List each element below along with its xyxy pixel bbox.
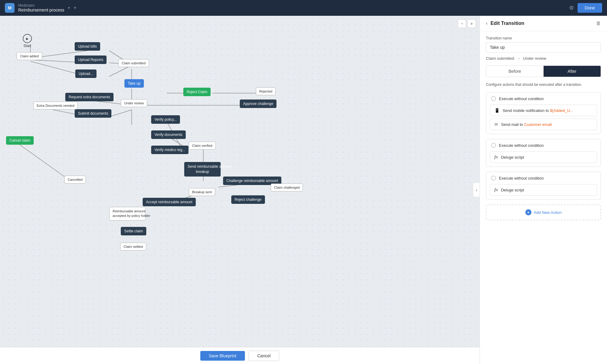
- under-review-node[interactable]: Under review: [121, 99, 147, 107]
- main-layout: − +: [0, 16, 607, 364]
- fx-icon-2: fx: [494, 187, 498, 192]
- delete-button[interactable]: 🗑: [596, 21, 601, 26]
- done-button[interactable]: Done: [578, 3, 602, 13]
- claim-settled-node[interactable]: Claim settled: [120, 243, 146, 251]
- app-subtitle: Reimbursement process: [18, 8, 64, 12]
- panel-body: Transition name Claim submitted → Under …: [480, 31, 607, 225]
- breakup-sent-node[interactable]: Breakup sent: [189, 188, 215, 196]
- transition-path: Claim submitted → Under review: [486, 56, 601, 61]
- app-icon: M: [5, 3, 15, 13]
- mobile-icon: 📱: [494, 108, 500, 113]
- upload-other-node[interactable]: Upload...: [75, 69, 97, 78]
- cancel-claim-node[interactable]: Cancel claim: [6, 136, 34, 145]
- zoom-in-button[interactable]: +: [467, 19, 476, 28]
- flow-connections: [0, 16, 480, 364]
- tab-after[interactable]: After: [544, 66, 601, 77]
- panel-header-left: ‹ Edit Transition: [486, 21, 524, 26]
- upload-reports-node[interactable]: Upload Reports: [75, 56, 107, 64]
- action-item-deluge-2-text: Deluge script: [501, 188, 592, 192]
- action-block-1-radio[interactable]: [491, 96, 496, 101]
- tab-before[interactable]: Before: [486, 66, 544, 77]
- panel-header: ‹ Edit Transition 🗑: [480, 16, 607, 31]
- svg-line-6: [109, 66, 131, 76]
- panel-toggle-arrow[interactable]: ›: [473, 183, 480, 197]
- reimbursable-accepted-node[interactable]: Reimbursable amountaccepted by policy ho…: [109, 207, 146, 221]
- action-block-3-items: fx Deluge script: [486, 184, 601, 199]
- action-item-deluge-1-text: Deluge script: [501, 155, 592, 160]
- cancel-button[interactable]: Cancel: [249, 351, 280, 361]
- verify-medico-node[interactable]: Verify medico leg...: [151, 146, 188, 154]
- settle-claim-node[interactable]: Settle claim: [121, 227, 146, 235]
- request-extra-node[interactable]: Request extra documents: [65, 93, 114, 101]
- action-item-deluge-2[interactable]: fx Deluge script: [490, 184, 597, 196]
- action-block-1-header: Execute without condition: [486, 93, 601, 105]
- add-action-button[interactable]: + Add New Action: [486, 204, 601, 220]
- app-header: M Mediclaim Reimbursement process ▾ + ⚙ …: [0, 0, 607, 16]
- right-panel: ‹ Edit Transition 🗑 Transition name Clai…: [480, 16, 607, 364]
- action-block-3-header: Execute without condition: [486, 172, 601, 184]
- upload-bills-node[interactable]: Upload bills: [75, 42, 100, 51]
- app-title: Mediclaim Reimbursement process: [18, 3, 64, 12]
- action-block-1-items: 📱 Send mobile notification to ${Added_U.…: [486, 105, 601, 134]
- take-up-node[interactable]: Take up: [124, 79, 144, 88]
- panel-description: Configure actions that should be execute…: [486, 82, 601, 87]
- canvas-footer: Save Blueprint Cancel: [0, 347, 480, 364]
- panel-tabs: Before After: [486, 66, 601, 77]
- transition-name-input[interactable]: [486, 42, 601, 52]
- accept-reimbursable-node[interactable]: Accept reimbursable amount: [143, 198, 196, 206]
- action-block-2: Execute without condition fx Deluge scri…: [486, 139, 601, 167]
- flow-canvas[interactable]: − +: [0, 16, 480, 364]
- claim-challenged-node[interactable]: Claim challenged: [271, 184, 303, 191]
- cancelled-node[interactable]: Cancelled: [64, 176, 86, 184]
- action-block-2-items: fx Deluge script: [486, 151, 601, 167]
- action-block-1: Execute without condition 📱 Send mobile …: [486, 92, 601, 134]
- approve-challenge-node[interactable]: Approve challenge: [240, 99, 276, 108]
- start-circle: ▶: [23, 34, 32, 43]
- send-reimbursable-node[interactable]: Send reimbursable amountbreakup: [184, 162, 221, 177]
- action-block-2-header: Execute without condition: [486, 139, 601, 151]
- add-action-icon: +: [525, 209, 531, 215]
- start-label: Start: [23, 44, 31, 48]
- verify-policy-node[interactable]: Verify policy...: [151, 115, 180, 124]
- zoom-out-button[interactable]: −: [458, 19, 466, 28]
- add-action-label: Add New Action: [534, 210, 562, 215]
- submit-docs-node[interactable]: Submit documents: [75, 109, 111, 118]
- extra-docs-node[interactable]: Extra Documents needed: [33, 102, 78, 110]
- action-item-mobile-text: Send mobile notification to ${Added_U...: [503, 108, 592, 113]
- action-item-email-text: Send mail to Customer email: [501, 122, 592, 127]
- mail-icon: ✉: [494, 122, 498, 127]
- back-button[interactable]: ‹: [486, 21, 487, 26]
- transition-from: Claim submitted: [486, 56, 514, 61]
- transition-name-label: Transition name: [486, 36, 601, 40]
- chevron-down-icon[interactable]: ▾: [68, 6, 70, 10]
- claim-verified-node[interactable]: Claim verified: [189, 142, 216, 150]
- claim-submitted-node[interactable]: Claim submitted: [118, 59, 149, 67]
- app-name: Mediclaim: [18, 3, 64, 8]
- transition-arrow-icon: →: [517, 56, 521, 61]
- action-block-3-label: Execute without condition: [499, 176, 544, 180]
- save-blueprint-button[interactable]: Save Blueprint: [200, 351, 245, 361]
- action-block-1-label: Execute without condition: [499, 96, 544, 101]
- rejected-node[interactable]: Rejected: [256, 87, 276, 95]
- action-item-deluge-1[interactable]: fx Deluge script: [490, 151, 597, 163]
- verify-docs-node[interactable]: Verify documents: [151, 130, 186, 139]
- panel-title: Edit Transition: [490, 21, 524, 26]
- svg-line-15: [109, 110, 132, 117]
- start-node: ▶ Start: [23, 34, 32, 48]
- fx-icon-1: fx: [494, 155, 498, 160]
- action-block-2-radio[interactable]: [491, 143, 496, 148]
- transition-to: Under review: [523, 56, 546, 61]
- header-left: M Mediclaim Reimbursement process ▾ +: [5, 3, 76, 13]
- action-block-3-radio[interactable]: [491, 176, 496, 180]
- canvas-controls: − +: [458, 19, 476, 28]
- action-block-2-label: Execute without condition: [499, 143, 544, 148]
- action-item-email[interactable]: ✉ Send mail to Customer email: [490, 119, 597, 130]
- header-right: ⚙ Done: [569, 3, 602, 13]
- action-item-mobile[interactable]: 📱 Send mobile notification to ${Added_U.…: [490, 105, 597, 116]
- reject-challenge-node[interactable]: Reject challenge: [231, 195, 265, 204]
- reject-claim-node[interactable]: Reject Claim: [183, 88, 211, 96]
- settings-icon[interactable]: ⚙: [569, 5, 574, 11]
- add-tab-button[interactable]: +: [73, 5, 77, 11]
- action-block-3: Execute without condition fx Deluge scri…: [486, 172, 601, 200]
- claim-added-node[interactable]: Claim added: [17, 52, 42, 60]
